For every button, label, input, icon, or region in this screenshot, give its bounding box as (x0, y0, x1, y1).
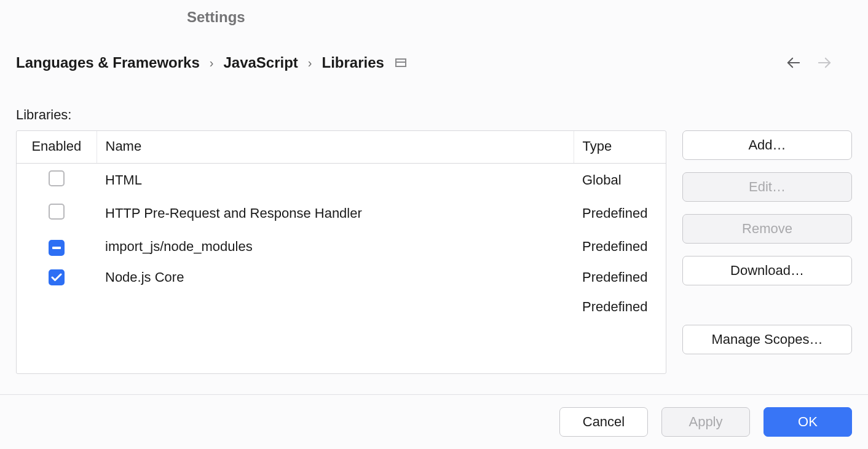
column-header-type[interactable]: Type (574, 131, 666, 164)
breadcrumb-segment-libraries[interactable]: Libraries (322, 54, 384, 71)
forward-arrow-icon (818, 56, 831, 70)
library-type-cell: Predefined (574, 263, 666, 292)
enabled-checkbox[interactable] (49, 240, 65, 256)
download-button[interactable]: Download… (682, 256, 852, 285)
table-row[interactable]: Node.js CorePredefined (17, 263, 666, 292)
table-row[interactable]: Predefined (17, 292, 666, 322)
library-name-cell: Node.js Core (97, 263, 574, 292)
window-icon[interactable] (395, 58, 406, 67)
enabled-checkbox[interactable] (49, 170, 65, 186)
breadcrumb-segment-javascript[interactable]: JavaScript (223, 54, 298, 71)
apply-button: Apply (661, 407, 750, 437)
library-name-cell: HTTP Pre-Request and Response Handler (97, 197, 574, 230)
enabled-checkbox[interactable] (49, 204, 65, 220)
library-type-cell: Predefined (574, 230, 666, 263)
enabled-checkbox[interactable] (49, 269, 65, 285)
chevron-right-icon: › (308, 56, 312, 70)
add-button[interactable]: Add… (682, 130, 852, 160)
library-name-cell: import_js/node_modules (97, 230, 574, 263)
ok-button[interactable]: OK (763, 407, 852, 437)
remove-button: Remove (682, 214, 852, 244)
library-name-cell: HTML (97, 164, 574, 197)
libraries-label: Libraries: (16, 107, 852, 123)
column-header-enabled[interactable]: Enabled (17, 131, 97, 164)
chevron-right-icon: › (210, 56, 214, 70)
table-row[interactable]: import_js/node_modulesPredefined (17, 230, 666, 263)
table-row[interactable]: HTMLGlobal (17, 164, 666, 197)
back-arrow-icon[interactable] (787, 56, 800, 70)
edit-button: Edit… (682, 172, 852, 202)
breadcrumb-segment-languages-frameworks[interactable]: Languages & Frameworks (16, 54, 200, 71)
library-type-cell: Global (574, 164, 666, 197)
library-type-cell: Predefined (574, 197, 666, 230)
column-header-name[interactable]: Name (97, 131, 574, 164)
cancel-button[interactable]: Cancel (559, 407, 648, 437)
libraries-table[interactable]: Enabled Name Type HTMLGlobalHTTP Pre-Req… (16, 130, 666, 374)
settings-title: Settings (0, 0, 868, 26)
manage-scopes-button[interactable]: Manage Scopes… (682, 325, 852, 354)
table-row[interactable]: HTTP Pre-Request and Response HandlerPre… (17, 197, 666, 230)
library-type-cell: Predefined (574, 292, 666, 322)
breadcrumb: Languages & Frameworks › JavaScript › Li… (16, 54, 384, 71)
library-name-cell (97, 292, 574, 322)
dialog-footer: Cancel Apply OK (0, 394, 868, 449)
